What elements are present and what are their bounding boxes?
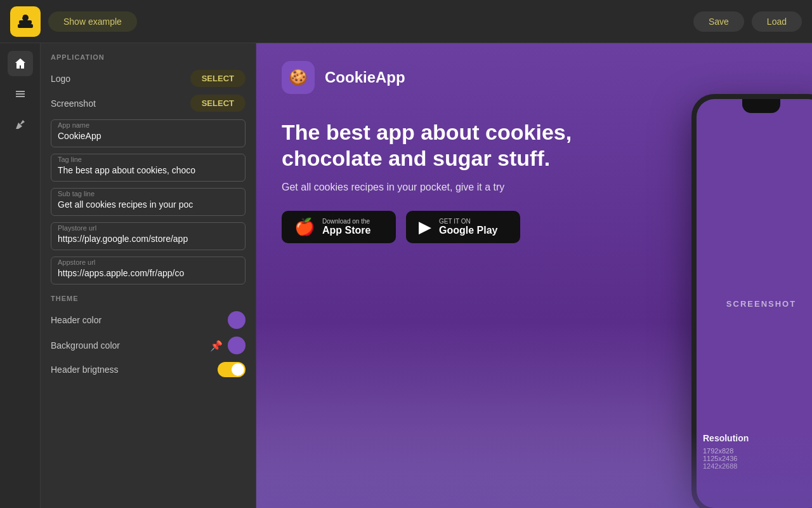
app-logo xyxy=(10,6,41,37)
theme-section-label: THEME xyxy=(51,295,246,302)
background-color-controls: 📌 xyxy=(210,337,246,354)
app-name-label: App name xyxy=(58,121,239,129)
sidebar-item-list[interactable] xyxy=(8,81,33,107)
app-name-input[interactable] xyxy=(58,131,239,141)
preview-bottom-fade xyxy=(256,432,812,508)
screenshot-label: Screenshot xyxy=(51,98,96,109)
appstore-button[interactable]: 🍎 Download on the App Store xyxy=(282,211,396,243)
apple-icon: 🍎 xyxy=(294,217,315,237)
background-color-label: Background color xyxy=(51,340,120,351)
svg-point-3 xyxy=(20,15,23,18)
logo-label: Logo xyxy=(51,74,70,84)
icon-sidebar xyxy=(0,43,41,508)
playstore-button[interactable]: ▶ GET IT ON Google Play xyxy=(406,211,520,243)
svg-rect-4 xyxy=(16,91,25,92)
toggle-knob xyxy=(232,363,244,376)
pin-icon: 📌 xyxy=(210,340,223,352)
logo-row: Logo SELECT xyxy=(51,70,246,87)
application-section-label: APPLICATION xyxy=(51,53,246,61)
appstore-input[interactable] xyxy=(58,268,239,278)
settings-panel: APPLICATION Logo SELECT Screenshot SELEC… xyxy=(41,43,256,508)
header-color-label: Header color xyxy=(51,315,102,325)
play-icon: ▶ xyxy=(419,217,431,237)
screenshot-select-button[interactable]: SELECT xyxy=(190,95,246,112)
sidebar-item-home[interactable] xyxy=(8,51,33,76)
playstore-input[interactable] xyxy=(58,234,239,244)
show-example-button[interactable]: Show example xyxy=(48,11,137,32)
sub-tagline-group: Sub tag line xyxy=(51,188,246,216)
header-brightness-label: Header brigtness xyxy=(51,364,119,375)
phone-notch xyxy=(742,99,780,113)
preview-app-icon: 🍪 xyxy=(282,61,315,94)
logo-select-button[interactable]: SELECT xyxy=(190,70,246,87)
topbar: Show example Save Load xyxy=(0,0,812,43)
sub-tagline-label: Sub tag line xyxy=(58,190,239,197)
appstore-big-label: App Store xyxy=(322,225,370,236)
preview-area: 🍪 CookieApp The best app about cookies, … xyxy=(256,43,812,508)
svg-point-2 xyxy=(22,15,29,21)
appstore-small-label: Download on the xyxy=(322,218,370,225)
appstore-group: Appstore url xyxy=(51,257,246,284)
playstore-text: GET IT ON Google Play xyxy=(439,218,497,236)
theme-section: THEME Header color Background color 📌 He… xyxy=(51,295,246,377)
screenshot-row: Screenshot SELECT xyxy=(51,95,246,112)
save-button[interactable]: Save xyxy=(693,11,744,32)
playstore-small-label: GET IT ON xyxy=(439,218,497,225)
tagline-group: Tag line xyxy=(51,154,246,182)
playstore-big-label: Google Play xyxy=(439,225,497,236)
preview-tagline: The best app about cookies, chocolate an… xyxy=(282,119,612,171)
header-brightness-row: Header brigtness xyxy=(51,362,246,377)
main-layout: APPLICATION Logo SELECT Screenshot SELEC… xyxy=(0,43,812,508)
sub-tagline-input[interactable] xyxy=(58,199,239,210)
background-color-row: Background color 📌 xyxy=(51,337,246,354)
svg-rect-0 xyxy=(18,24,33,28)
svg-rect-5 xyxy=(16,93,25,95)
playstore-label: Playstore url xyxy=(58,224,239,232)
header-brightness-toggle[interactable] xyxy=(218,362,246,377)
appstore-label: Appstore url xyxy=(58,258,239,266)
header-color-swatch[interactable] xyxy=(228,311,246,329)
load-button[interactable]: Load xyxy=(752,11,802,32)
preview-app-name: CookieApp xyxy=(325,69,405,86)
sidebar-item-design[interactable] xyxy=(8,112,33,137)
svg-rect-6 xyxy=(16,96,25,97)
appstore-text: Download on the App Store xyxy=(322,218,370,236)
header-color-row: Header color xyxy=(51,311,246,329)
app-name-group: App name xyxy=(51,119,246,147)
background-color-swatch[interactable] xyxy=(228,337,246,354)
phone-screen-label: SCREENSHOT xyxy=(714,286,809,321)
tagline-input[interactable] xyxy=(58,165,239,175)
tagline-label: Tag line xyxy=(58,156,239,163)
playstore-group: Playstore url xyxy=(51,222,246,250)
